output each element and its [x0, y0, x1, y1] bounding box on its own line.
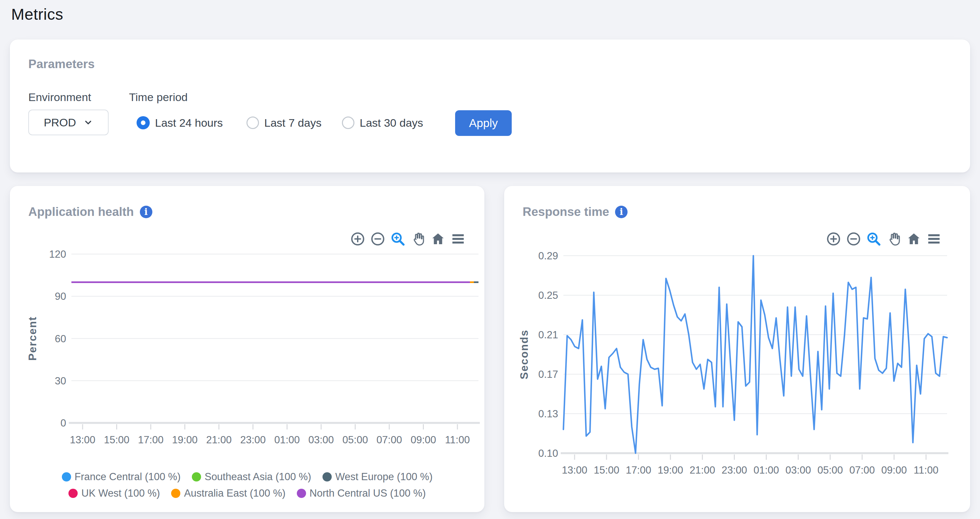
zoom-in-icon[interactable]: [826, 231, 841, 247]
legend-item-france-central[interactable]: France Central (100 %): [62, 471, 181, 483]
box-zoom-icon[interactable]: [866, 231, 881, 247]
radio-circle: [137, 116, 150, 129]
legend-dot: [323, 472, 332, 481]
radio-last-24-hours[interactable]: Last 24 hours: [137, 110, 223, 135]
home-icon[interactable]: [430, 231, 445, 247]
info-icon[interactable]: i: [615, 206, 628, 218]
x-tick-label: 17:00: [138, 434, 164, 446]
parameters-heading: Parameters: [28, 57, 95, 71]
y-tick-label: 0.21: [538, 329, 558, 341]
radio-last-30-days[interactable]: Last 30 days: [342, 110, 423, 135]
x-tick-label: 13:00: [562, 464, 587, 476]
application-health-chart[interactable]: 120906030013:0015:0017:0019:0021:0023:00…: [10, 245, 484, 469]
x-tick-label: 21:00: [690, 464, 716, 476]
legend-row: France Central (100 %)Southeast Asia (10…: [62, 471, 433, 483]
x-tick-label: 01:00: [754, 464, 779, 476]
x-tick-label: 19:00: [172, 434, 198, 446]
chart-title: Application health: [28, 205, 134, 219]
response-time-chart[interactable]: 0.290.250.210.170.130.1013:0015:0017:001…: [504, 245, 970, 482]
x-tick-label: 11:00: [445, 434, 469, 446]
y-tick-label: 0.17: [538, 369, 558, 380]
y-tick-label: 60: [55, 333, 66, 345]
legend-item-uk-west[interactable]: UK West (100 %): [68, 487, 160, 499]
x-tick-label: 23:00: [722, 464, 747, 476]
menu-icon[interactable]: [926, 231, 942, 247]
radio-last-7-days[interactable]: Last 7 days: [247, 110, 321, 135]
x-tick-label: 15:00: [593, 464, 619, 476]
application-health-card: Application health i 120906030013:0015:0…: [10, 186, 484, 512]
pan-icon[interactable]: [886, 231, 901, 247]
y-tick-label: 120: [49, 248, 66, 260]
chart-legend: France Central (100 %)Southeast Asia (10…: [10, 471, 484, 499]
chart-toolbar: [826, 231, 942, 247]
page-title: Metrics: [11, 5, 63, 23]
zoom-out-icon[interactable]: [370, 231, 385, 247]
x-tick-label: 03:00: [309, 434, 334, 446]
legend-label: West Europe (100 %): [335, 471, 433, 483]
x-tick-label: 07:00: [850, 464, 875, 476]
legend-item-west-europe[interactable]: West Europe (100 %): [323, 471, 433, 483]
y-tick-label: 0.13: [538, 408, 558, 420]
x-tick-label: 17:00: [625, 464, 651, 476]
radio-label: Last 24 hours: [155, 116, 223, 129]
x-tick-label: 05:00: [342, 434, 368, 446]
x-tick-label: 03:00: [786, 464, 811, 476]
x-tick-label: 09:00: [411, 434, 436, 446]
legend-item-north-central-us[interactable]: North Central US (100 %): [297, 487, 426, 499]
apply-button[interactable]: Apply: [455, 110, 512, 136]
legend-row: UK West (100 %)Australia East (100 %)Nor…: [68, 487, 426, 499]
legend-item-southeast-asia[interactable]: Southeast Asia (100 %): [192, 471, 311, 483]
legend-dot: [171, 489, 180, 498]
series-line-response-time: [563, 256, 947, 453]
y-tick-label: 0.25: [538, 290, 558, 301]
legend-label: UK West (100 %): [81, 487, 160, 499]
environment-label: Environment: [28, 91, 91, 103]
zoom-in-icon[interactable]: [350, 231, 365, 247]
y-axis-title: Seconds: [518, 330, 530, 379]
y-tick-label: 0.29: [538, 250, 558, 262]
radio-label: Last 30 days: [360, 116, 423, 129]
y-tick-label: 90: [55, 291, 66, 302]
legend-item-australia-east[interactable]: Australia East (100 %): [171, 487, 285, 499]
legend-dot: [68, 489, 78, 498]
legend-dot: [62, 472, 71, 481]
home-icon[interactable]: [906, 231, 921, 247]
environment-select-value: PROD: [44, 116, 76, 129]
y-axis-title: Percent: [26, 316, 38, 361]
y-tick-label: 0: [60, 417, 66, 429]
x-tick-label: 23:00: [240, 434, 266, 446]
legend-label: Southeast Asia (100 %): [205, 471, 311, 483]
x-tick-label: 19:00: [657, 464, 683, 476]
environment-select[interactable]: PROD: [28, 110, 108, 135]
y-tick-label: 30: [55, 375, 66, 387]
info-icon[interactable]: i: [140, 206, 152, 218]
chart-toolbar: [350, 231, 466, 247]
legend-dot: [192, 472, 201, 481]
metrics-page: Metrics Parameters Environment Time peri…: [0, 0, 980, 519]
radio-label: Last 7 days: [264, 116, 321, 129]
radio-circle: [342, 116, 355, 129]
y-tick-label: 0.10: [538, 447, 558, 459]
x-tick-label: 09:00: [881, 464, 907, 476]
x-tick-label: 07:00: [377, 434, 402, 446]
legend-label: France Central (100 %): [75, 471, 181, 483]
pan-icon[interactable]: [410, 231, 425, 247]
x-tick-label: 11:00: [913, 464, 938, 476]
x-tick-label: 01:00: [274, 434, 300, 446]
time-period-label: Time period: [129, 91, 188, 103]
zoom-out-icon[interactable]: [846, 231, 861, 247]
x-tick-label: 05:00: [818, 464, 843, 476]
radio-circle: [247, 116, 259, 129]
legend-label: North Central US (100 %): [310, 487, 426, 499]
parameters-card: Parameters Environment Time period PROD …: [10, 40, 970, 172]
menu-icon[interactable]: [450, 231, 466, 247]
legend-dot: [297, 489, 306, 498]
response-time-card: Response time i 0.290.250.210.170.130.10…: [504, 186, 970, 512]
x-tick-label: 15:00: [104, 434, 130, 446]
x-tick-label: 21:00: [206, 434, 232, 446]
chart-title: Response time: [523, 205, 609, 219]
chevron-down-icon: [83, 118, 93, 127]
legend-label: Australia East (100 %): [184, 487, 285, 499]
x-tick-label: 13:00: [70, 434, 95, 446]
box-zoom-icon[interactable]: [390, 231, 406, 247]
